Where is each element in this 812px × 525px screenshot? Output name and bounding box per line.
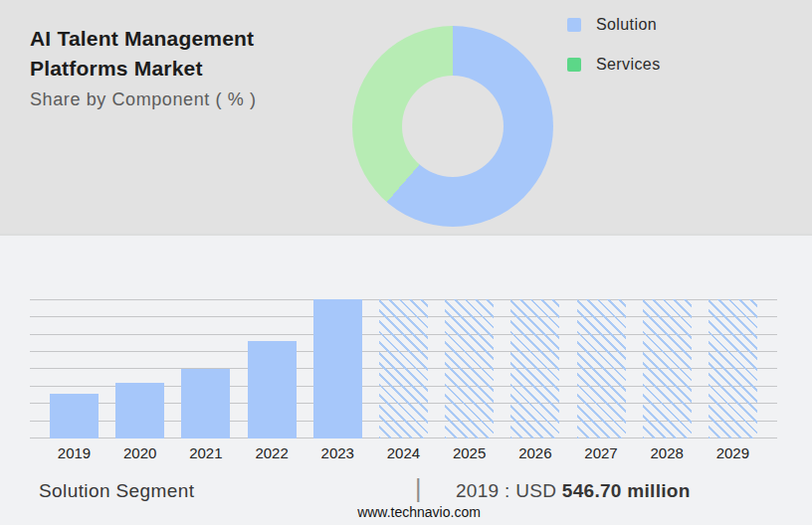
- x-axis-label-2026: 2026: [510, 444, 559, 461]
- bar-chart-plot: [30, 299, 777, 438]
- segment-label: Solution Segment: [39, 480, 194, 502]
- bar-2026: [510, 299, 559, 438]
- chart-subtitle: Share by Component ( % ): [30, 88, 257, 110]
- page-title-line1: AI Talent Management: [30, 24, 257, 54]
- legend-item-solution: Solution: [567, 17, 661, 32]
- bar-2019: [50, 394, 99, 438]
- page-title-line2: Platforms Market: [30, 54, 257, 84]
- donut-hole: [402, 76, 504, 177]
- x-axis-label-2019: 2019: [50, 444, 99, 461]
- x-axis-label-2020: 2020: [115, 444, 164, 461]
- market-value: 2019 : USD 546.70 million: [456, 480, 691, 502]
- services-swatch-icon: [567, 58, 581, 72]
- x-axis-label-2025: 2025: [445, 444, 494, 461]
- bottom-section: 2019202020212022202320242025202620272028…: [0, 236, 812, 525]
- infographic-canvas: AI Talent Management Platforms Market Sh…: [0, 0, 812, 525]
- bar-2022: [248, 341, 297, 438]
- donut-chart: [352, 26, 553, 227]
- bar-2028: [643, 299, 692, 438]
- solution-swatch-icon: [567, 18, 581, 32]
- x-axis-label-2021: 2021: [181, 444, 230, 461]
- website-url: www.technavio.com: [357, 504, 481, 520]
- legend-item-services: Services: [567, 57, 661, 72]
- x-axis-labels: 2019202020212022202320242025202620272028…: [30, 444, 777, 461]
- market-value-prefix: 2019 : USD: [456, 480, 562, 501]
- bar-2024: [379, 299, 428, 438]
- x-axis-label-2022: 2022: [248, 444, 297, 461]
- market-value-amount: 546.70 million: [562, 480, 691, 501]
- bar-series: [30, 299, 777, 438]
- bar-2029: [709, 299, 757, 438]
- bar-2023: [313, 299, 362, 438]
- x-axis-label-2023: 2023: [313, 444, 362, 461]
- title-block: AI Talent Management Platforms Market Sh…: [30, 24, 257, 110]
- bar-2027: [577, 299, 626, 438]
- legend-label-services: Services: [596, 56, 661, 74]
- legend-label-solution: Solution: [596, 16, 657, 34]
- bar-2020: [115, 383, 164, 438]
- donut-legend: Solution Services: [567, 17, 661, 96]
- top-section: AI Talent Management Platforms Market Sh…: [0, 0, 812, 236]
- bar-2025: [445, 299, 494, 438]
- bar-2021: [181, 369, 230, 438]
- x-axis-label-2024: 2024: [379, 444, 428, 461]
- x-axis-label-2029: 2029: [709, 444, 757, 461]
- x-axis-label-2028: 2028: [643, 444, 692, 461]
- x-axis-label-2027: 2027: [577, 444, 626, 461]
- divider-bar: |: [415, 474, 422, 502]
